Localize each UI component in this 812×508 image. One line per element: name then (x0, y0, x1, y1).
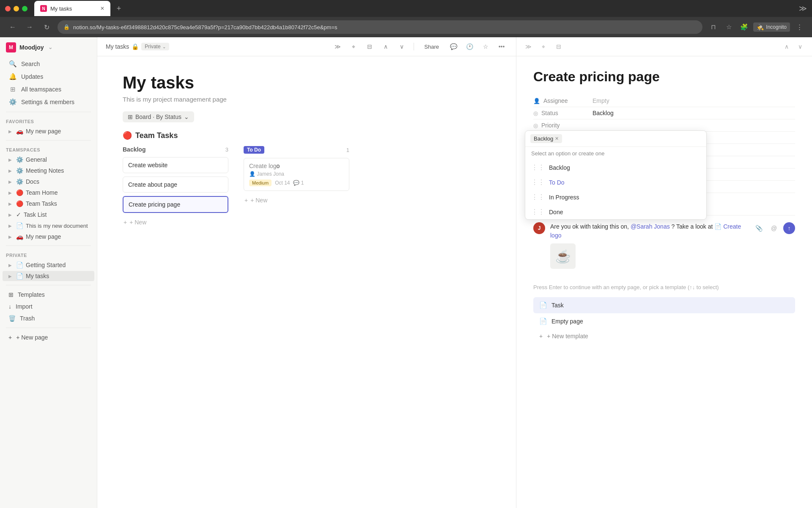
card-create-website[interactable]: Create website (123, 157, 228, 173)
sidebar-item-general[interactable]: ▶ ⚙️ General (3, 155, 94, 165)
sidebar-label-search: Search (21, 61, 40, 67)
comment-link-icon: 📄 (714, 223, 721, 230)
sidebar-item-task-list[interactable]: ▶ ✓ Task List (3, 210, 94, 220)
dropdown-option-backlog[interactable]: ⋮⋮ Backlog (525, 160, 706, 175)
teamspaces-section-label: Teamspaces (0, 144, 97, 154)
comment-actions: 📎 @ ↑ (753, 222, 795, 234)
dropdown-option-in-progress[interactable]: ⋮⋮ In Progress (525, 190, 706, 204)
paperclip-icon[interactable]: 📎 (753, 222, 765, 234)
layout-icon[interactable]: ⊟ (364, 41, 376, 52)
expand-panel-icon[interactable]: ≫ (522, 41, 534, 52)
todo-badge: To Do (244, 146, 264, 154)
send-button[interactable]: ↑ (783, 222, 795, 234)
sidebar-item-docs[interactable]: ▶ ⚙️ Docs (3, 177, 94, 187)
sidebar-item-import[interactable]: ↓ Import (3, 301, 94, 312)
layout-panel-icon[interactable]: ⊟ (553, 41, 565, 52)
more-options-icon[interactable]: ⋮ (793, 21, 805, 33)
sidebar-item-all-teamspaces[interactable]: ⊞ All teamspaces (3, 83, 94, 95)
dropdown-option-todo[interactable]: ⋮⋮ To Do (525, 175, 706, 190)
remove-status-button[interactable]: ✕ (555, 136, 559, 141)
cursor-icon[interactable]: ⌖ (348, 41, 359, 52)
board-view-label: Board · By Status (135, 113, 181, 120)
forward-button[interactable]: → (24, 21, 36, 33)
sidebar-item-new-document[interactable]: ▶ 📄 This is my new document (3, 221, 94, 231)
sidebar-item-my-new-page-2[interactable]: ▶ 🚗 My new page (3, 232, 94, 242)
panel-nav-up-icon[interactable]: ∧ (781, 41, 793, 52)
favorites-section-label: Favorites (0, 116, 97, 126)
new-tab-button[interactable]: + (113, 3, 125, 14)
more-icon[interactable]: ••• (496, 41, 508, 52)
sidebar-item-my-tasks[interactable]: ▶ 📄 My tasks (3, 271, 94, 281)
expand-icon[interactable]: ≫ (332, 41, 343, 52)
chevron-up-icon[interactable]: ∧ (380, 41, 392, 52)
url-bar[interactable]: 🔒 notion.so/My-tasks-e6f34988812d420c875… (58, 20, 702, 34)
mention-icon[interactable]: @ (768, 222, 780, 234)
sidebar-item-search[interactable]: 🔍 Search (3, 58, 94, 70)
active-tab[interactable]: N My tasks ✕ (34, 1, 110, 16)
reload-button[interactable]: ↻ (41, 21, 52, 33)
cursor-panel-icon[interactable]: ⌖ (538, 41, 549, 52)
assignee-value[interactable]: Empty (593, 97, 609, 104)
close-window-button[interactable] (5, 6, 11, 11)
panel-page-title: Create pricing page (533, 69, 795, 85)
sidebar-item-meeting-notes[interactable]: ▶ ⚙️ Meeting Notes (3, 166, 94, 176)
backlog-add-new-button[interactable]: + + New (123, 216, 228, 228)
board-container: Backlog 3 Create website Create about pa… (123, 146, 491, 228)
template-option-empty[interactable]: 📄 Empty page (533, 313, 795, 329)
maximize-window-button[interactable] (22, 6, 27, 11)
comment-icon[interactable]: 💬 (447, 41, 459, 52)
panel-nav: ∧ ∨ (781, 41, 806, 52)
sidebar-label-all-teamspaces: All teamspaces (21, 86, 61, 93)
property-priority: ◎ Priority (533, 119, 795, 132)
clock-icon[interactable]: 🕐 (464, 41, 475, 52)
template-empty-label: Empty page (551, 318, 583, 325)
card-create-logo[interactable]: Create logo 👤 James Jona Medium Oct 14 💬… (244, 158, 349, 191)
backlog-column: Backlog 3 Create website Create about pa… (123, 146, 228, 228)
new-page-icon: + (8, 334, 12, 341)
minimize-window-button[interactable] (14, 6, 19, 11)
sidebar-item-team-home[interactable]: ▶ 🔴 Team Home (3, 188, 94, 198)
extension-icon[interactable]: 🧩 (738, 21, 750, 33)
board-toolbar: ⊞ Board · By Status ⌄ (123, 111, 491, 122)
template-option-task[interactable]: 📄 Task (533, 297, 795, 313)
tab-strip-expand-button[interactable]: ≫ (799, 4, 807, 13)
new-page-button[interactable]: + + New page (3, 332, 94, 343)
sidebar-item-my-new-page[interactable]: ▶ 🚗 My new page (3, 126, 94, 136)
sidebar-item-getting-started[interactable]: ▶ 📄 Getting Started (3, 260, 94, 270)
breadcrumb: My tasks 🔒 Private ⌄ (106, 43, 169, 50)
share-button[interactable]: Share (420, 42, 443, 52)
workspace-header[interactable]: M Moodjoy ⌄ (0, 37, 97, 58)
sidebar-item-trash[interactable]: 🗑️ Trash (3, 313, 94, 324)
card-title-create-about-page: Create about page (128, 181, 177, 188)
tab-close-button[interactable]: ✕ (100, 6, 104, 11)
status-icon: ◎ (533, 110, 538, 116)
main-body: My tasks This is my project management p… (97, 56, 516, 508)
ssl-lock-icon: 🔒 (63, 24, 70, 30)
board-view-button[interactable]: ⊞ Board · By Status ⌄ (123, 111, 194, 122)
panel-nav-down-icon[interactable]: ∨ (794, 41, 806, 52)
bookmark-icon[interactable]: ☆ (723, 21, 735, 33)
notion-header: My tasks 🔒 Private ⌄ ≫ ⌖ ⊟ ∧ ∨ Share 💬 🕐… (97, 37, 516, 56)
card-create-pricing-page[interactable]: Create pricing page (123, 196, 228, 213)
trash-icon: 🗑️ (8, 315, 16, 322)
status-value[interactable]: Backlog (593, 110, 614, 116)
sidebar-item-updates[interactable]: 🔔 Updates (3, 71, 94, 83)
sidebar-item-templates[interactable]: ⊞ Templates (3, 289, 94, 300)
chevron-down-icon[interactable]: ∨ (396, 41, 408, 52)
sidebar-item-settings[interactable]: ⚙️ Settings & members (3, 96, 94, 108)
cast-icon[interactable]: ⊓ (708, 21, 719, 33)
card-create-about-page[interactable]: Create about page (123, 177, 228, 193)
back-button[interactable]: ← (7, 21, 19, 33)
new-document-icon: 📄 (16, 222, 23, 229)
todo-add-new-button[interactable]: + + New (244, 194, 349, 206)
right-panel-body: Create pricing page 👤 Assignee Empty ◎ S… (516, 56, 812, 508)
star-icon[interactable]: ☆ (480, 41, 491, 52)
dropdown-option-done[interactable]: ⋮⋮ Done (525, 204, 706, 219)
sidebar-label-team-home: Team Home (26, 189, 58, 196)
comment-text-2: ? Take a look at (672, 223, 715, 230)
board-view-chevron-icon: ⌄ (184, 113, 189, 120)
right-panel-toolbar: ≫ ⌖ ⊟ ∧ ∨ (516, 37, 812, 56)
sidebar-item-team-tasks[interactable]: ▶ 🔴 Team Tasks (3, 199, 94, 209)
new-template-button[interactable]: + + New template (533, 329, 795, 343)
chevron-icon: ▶ (8, 235, 14, 239)
